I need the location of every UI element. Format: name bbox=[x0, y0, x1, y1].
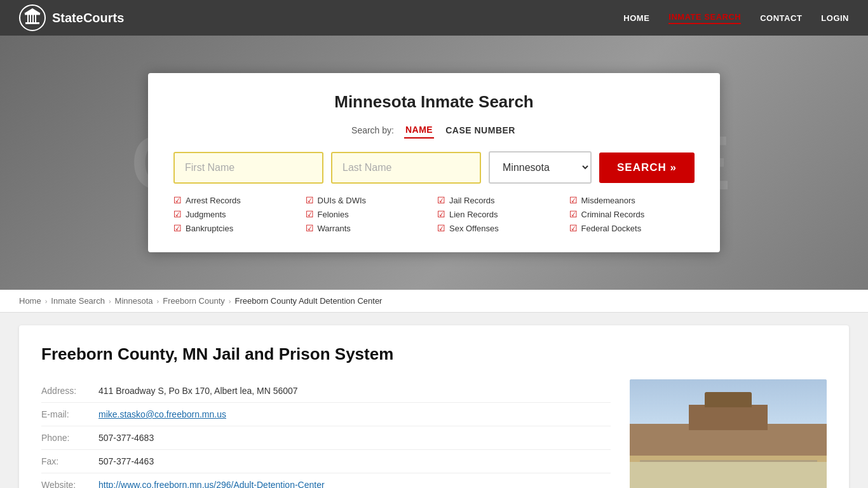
checks-grid: ☑Arrest Records☑DUIs & DWIs☑Jail Records… bbox=[173, 195, 695, 233]
search-by-row: Search by: NAME CASE NUMBER bbox=[173, 122, 695, 139]
phone-row: Phone: 507-377-4683 bbox=[41, 426, 611, 450]
address-value: 411 Broadway S, Po Bx 170, Albert lea, M… bbox=[98, 386, 298, 396]
content-card: Freeborn County, MN Jail and Prison Syst… bbox=[19, 325, 849, 488]
hero-section: COURTHOUSE Minnesota Inmate Search Searc… bbox=[0, 36, 868, 290]
svg-rect-6 bbox=[25, 13, 40, 15]
breadcrumb: Home›Inmate Search›Minnesota›Freeborn Co… bbox=[0, 290, 868, 313]
check-label: Lien Records bbox=[449, 210, 498, 219]
svg-rect-2 bbox=[27, 15, 29, 22]
check-item: ☑Felonies bbox=[306, 209, 431, 219]
checkbox-icon: ☑ bbox=[569, 209, 578, 219]
nav-login[interactable]: LOGIN bbox=[821, 13, 849, 23]
check-item: ☑DUIs & DWIs bbox=[306, 195, 431, 205]
phone-value: 507-377-4683 bbox=[98, 433, 154, 443]
check-item: ☑Judgments bbox=[173, 209, 299, 219]
search-card: Minnesota Inmate Search Search by: NAME … bbox=[148, 73, 720, 252]
logo-text: StateCourts bbox=[52, 11, 124, 25]
check-item: ☑Misdemeanors bbox=[569, 195, 695, 205]
check-label: DUIs & DWIs bbox=[318, 196, 367, 205]
last-name-input[interactable] bbox=[331, 152, 481, 184]
check-item: ☑Bankruptcies bbox=[173, 223, 299, 233]
checkbox-icon: ☑ bbox=[569, 195, 578, 205]
state-select[interactable]: Minnesota bbox=[489, 151, 592, 184]
checkbox-icon: ☑ bbox=[306, 195, 314, 205]
breadcrumb-link[interactable]: Home bbox=[19, 296, 41, 306]
facility-img-placeholder bbox=[630, 379, 827, 488]
check-label: Misdemeanors bbox=[581, 196, 635, 205]
search-title: Minnesota Inmate Search bbox=[173, 92, 695, 112]
check-label: Jail Records bbox=[449, 196, 495, 205]
search-inputs: Minnesota SEARCH » bbox=[173, 151, 695, 184]
check-label: Arrest Records bbox=[186, 196, 241, 205]
checkbox-icon: ☑ bbox=[306, 209, 314, 219]
facility-image bbox=[630, 379, 827, 488]
info-layout: Address: 411 Broadway S, Po Bx 170, Albe… bbox=[41, 379, 827, 488]
check-item: ☑Warrants bbox=[306, 223, 431, 233]
svg-marker-7 bbox=[24, 8, 41, 13]
breadcrumb-separator: › bbox=[45, 297, 48, 305]
check-label: Federal Dockets bbox=[581, 224, 642, 233]
address-row: Address: 411 Broadway S, Po Bx 170, Albe… bbox=[41, 379, 611, 403]
check-label: Felonies bbox=[318, 210, 349, 219]
facility-title: Freeborn County, MN Jail and Prison Syst… bbox=[41, 344, 827, 364]
email-row: E-mail: mike.stasko@co.freeborn.mn.us bbox=[41, 403, 611, 426]
first-name-input[interactable] bbox=[173, 152, 323, 184]
header: StateCourts HOME INMATE SEARCH CONTACT L… bbox=[0, 0, 868, 36]
search-button[interactable]: SEARCH » bbox=[599, 152, 695, 183]
breadcrumb-link[interactable]: Minnesota bbox=[115, 296, 153, 306]
website-row: Website: http://www.co.freeborn.mn.us/29… bbox=[41, 473, 611, 488]
check-label: Criminal Records bbox=[581, 210, 645, 219]
breadcrumb-separator: › bbox=[157, 297, 159, 305]
check-item: ☑Federal Dockets bbox=[569, 223, 695, 233]
check-item: ☑Arrest Records bbox=[173, 195, 299, 205]
nav-inmate-search[interactable]: INMATE SEARCH bbox=[668, 12, 741, 24]
nav-contact[interactable]: CONTACT bbox=[760, 13, 802, 23]
check-label: Bankruptcies bbox=[186, 224, 233, 233]
check-label: Sex Offenses bbox=[449, 224, 499, 233]
check-label: Judgments bbox=[186, 210, 226, 219]
check-item: ☑Criminal Records bbox=[569, 209, 695, 219]
svg-rect-5 bbox=[35, 15, 36, 22]
fax-value: 507-377-4463 bbox=[98, 456, 154, 466]
tab-case-number[interactable]: CASE NUMBER bbox=[444, 123, 517, 138]
checkbox-icon: ☑ bbox=[437, 223, 445, 233]
svg-rect-1 bbox=[25, 22, 39, 24]
search-by-label: Search by: bbox=[351, 125, 394, 135]
check-item: ☑Sex Offenses bbox=[437, 223, 563, 233]
check-item: ☑Jail Records bbox=[437, 195, 563, 205]
logo-icon bbox=[19, 4, 46, 31]
fax-row: Fax: 507-377-4463 bbox=[41, 450, 611, 473]
nav-links: HOME INMATE SEARCH CONTACT LOGIN bbox=[623, 12, 849, 24]
checkbox-icon: ☑ bbox=[306, 223, 314, 233]
website-link[interactable]: http://www.co.freeborn.mn.us/296/Adult-D… bbox=[98, 480, 325, 488]
svg-rect-3 bbox=[30, 15, 31, 22]
breadcrumb-current: Freeborn County Adult Detention Center bbox=[234, 296, 382, 306]
check-item: ☑Lien Records bbox=[437, 209, 563, 219]
checkbox-icon: ☑ bbox=[437, 209, 445, 219]
tab-name[interactable]: NAME bbox=[404, 122, 434, 139]
website-label: Website: bbox=[41, 480, 92, 488]
checkbox-icon: ☑ bbox=[173, 195, 182, 205]
address-label: Address: bbox=[41, 386, 92, 396]
phone-label: Phone: bbox=[41, 433, 92, 443]
email-label: E-mail: bbox=[41, 409, 92, 419]
fax-label: Fax: bbox=[41, 456, 92, 466]
checkbox-icon: ☑ bbox=[173, 209, 182, 219]
check-label: Warrants bbox=[318, 224, 351, 233]
breadcrumb-separator: › bbox=[109, 297, 111, 305]
breadcrumb-separator: › bbox=[229, 297, 231, 305]
breadcrumb-link[interactable]: Freeborn County bbox=[163, 296, 225, 306]
checkbox-icon: ☑ bbox=[569, 223, 578, 233]
logo[interactable]: StateCourts bbox=[19, 4, 124, 31]
nav-home[interactable]: HOME bbox=[623, 13, 649, 23]
svg-rect-4 bbox=[32, 15, 34, 22]
breadcrumb-link[interactable]: Inmate Search bbox=[51, 296, 105, 306]
info-table: Address: 411 Broadway S, Po Bx 170, Albe… bbox=[41, 379, 611, 488]
main-content: Freeborn County, MN Jail and Prison Syst… bbox=[0, 313, 868, 488]
checkbox-icon: ☑ bbox=[437, 195, 445, 205]
checkbox-icon: ☑ bbox=[173, 223, 182, 233]
email-link[interactable]: mike.stasko@co.freeborn.mn.us bbox=[98, 409, 226, 419]
